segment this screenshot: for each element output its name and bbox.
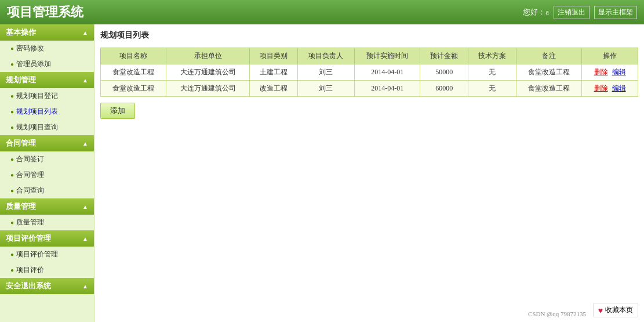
sidebar-item-contract-query[interactable]: ●合同查询	[0, 183, 94, 198]
table-cell: 改造工程	[250, 81, 298, 97]
footer: ♥ 收藏本页	[593, 303, 638, 317]
sidebar-item-label: 规划项目登记	[16, 91, 58, 101]
table-cell: 大连万通建筑公司	[166, 64, 250, 81]
sidebar-item-plan-register[interactable]: ●规划项目登记	[0, 88, 94, 104]
sidebar: 基本操作▲●密码修改●管理员添加规划管理▲●规划项目登记●规划项目列表●规划项目…	[0, 24, 94, 322]
main-layout: 基本操作▲●密码修改●管理员添加规划管理▲●规划项目登记●规划项目列表●规划项目…	[0, 24, 644, 322]
table-column-header: 技术方案	[468, 48, 516, 64]
table-body: 食堂改造工程大连万通建筑公司土建工程刘三2014-04-0150000无食堂改造…	[101, 64, 638, 97]
table-column-header: 预计实施时间	[355, 48, 420, 64]
app-title: 项目管理系统	[7, 3, 83, 21]
sidebar-section-planning[interactable]: 规划管理▲	[0, 72, 94, 88]
sidebar-section-exit[interactable]: 安全退出系统▲	[0, 278, 94, 294]
sidebar-section-label: 安全退出系统	[6, 281, 51, 291]
sidebar-item-plan-list[interactable]: ●规划项目列表	[0, 104, 94, 120]
sidebar-item-eval-manage[interactable]: ●项目评价管理	[0, 247, 94, 262]
collect-label: 收藏本页	[605, 305, 633, 315]
bullet-icon: ●	[10, 124, 14, 131]
sidebar-item-quality-manage[interactable]: ●质量管理	[0, 215, 94, 230]
table-cell: 无	[468, 64, 516, 81]
sidebar-item-label: 质量管理	[16, 218, 44, 227]
sidebar-item-label: 合同签订	[16, 154, 44, 164]
logout-button[interactable]: 注销退出	[554, 6, 590, 19]
sidebar-item-label: 规划项目查询	[16, 122, 58, 132]
collapse-icon: ▲	[82, 77, 88, 84]
table-cell: 无	[468, 81, 516, 97]
table-cell-ops: 删除 编辑	[582, 81, 638, 97]
table-row: 食堂改造工程大连万通建筑公司改造工程刘三2014-04-0160000无食堂改造…	[101, 81, 638, 97]
table-cell: 刘三	[297, 81, 354, 97]
sidebar-section-label: 合同管理	[6, 138, 36, 149]
sidebar-item-label: 规划项目列表	[16, 107, 58, 117]
sidebar-section-quality[interactable]: 质量管理▲	[0, 198, 94, 215]
sidebar-item-password[interactable]: ●密码修改	[0, 41, 94, 56]
table-column-header: 项目负责人	[297, 48, 354, 64]
heart-icon: ♥	[598, 306, 603, 315]
table-cell: 食堂改造工程	[101, 81, 166, 97]
bullet-icon: ●	[10, 172, 14, 178]
bullet-icon: ●	[10, 219, 14, 226]
sidebar-section-label: 项目评价管理	[6, 233, 51, 244]
table-cell: 食堂改造工程	[516, 81, 581, 97]
table-cell: 食堂改造工程	[101, 64, 166, 81]
table-column-header: 预计金额	[420, 48, 468, 64]
sidebar-item-contract-manage[interactable]: ●合同管理	[0, 167, 94, 183]
table-cell: 60000	[420, 81, 468, 97]
header-right: 您好：a 注销退出 显示主框架	[523, 6, 637, 19]
sidebar-item-plan-query[interactable]: ●规划项目查询	[0, 120, 94, 135]
sidebar-item-label: 合同查询	[16, 186, 44, 196]
sidebar-item-contract-sign[interactable]: ●合同签订	[0, 151, 94, 167]
sidebar-item-label: 密码修改	[16, 44, 44, 53]
bullet-icon: ●	[10, 187, 14, 194]
table-cell: 土建工程	[250, 64, 298, 81]
data-table: 项目名称承担单位项目类别项目负责人预计实施时间预计金额技术方案备注操作 食堂改造…	[100, 48, 638, 97]
show-frame-button[interactable]: 显示主框架	[594, 6, 637, 19]
sidebar-item-label: 项目评价	[16, 265, 44, 275]
table-column-header: 项目类别	[250, 48, 298, 64]
collapse-icon: ▲	[82, 236, 88, 242]
table-cell: 2014-04-01	[355, 81, 420, 97]
delete-link[interactable]: 删除	[594, 84, 608, 92]
sidebar-item-label: 合同管理	[16, 170, 44, 180]
bullet-icon: ●	[10, 61, 14, 67]
table-cell: 50000	[420, 64, 468, 81]
bullet-icon: ●	[10, 93, 14, 99]
page-title: 规划项目列表	[100, 30, 638, 43]
bullet-icon: ●	[10, 108, 14, 115]
table-column-header: 项目名称	[101, 48, 166, 64]
sidebar-section-label: 规划管理	[6, 75, 36, 85]
table-header: 项目名称承担单位项目类别项目负责人预计实施时间预计金额技术方案备注操作	[101, 48, 638, 64]
add-button[interactable]: 添加	[100, 103, 135, 119]
sidebar-section-contract[interactable]: 合同管理▲	[0, 135, 94, 151]
collapse-icon: ▲	[82, 283, 88, 290]
collapse-icon: ▲	[82, 140, 88, 147]
edit-link[interactable]: 编辑	[612, 68, 626, 76]
bullet-icon: ●	[10, 156, 14, 162]
table-cell: 刘三	[297, 64, 354, 81]
table-column-header: 操作	[582, 48, 638, 64]
table-column-header: 承担单位	[166, 48, 250, 64]
table-cell-ops: 删除 编辑	[582, 64, 638, 81]
header: 项目管理系统 您好：a 注销退出 显示主框架	[0, 0, 644, 24]
collapse-icon: ▲	[82, 30, 88, 36]
sidebar-item-label: 管理员添加	[16, 59, 51, 69]
table-column-header: 备注	[516, 48, 581, 64]
sidebar-section-label: 质量管理	[6, 201, 36, 212]
sidebar-item-eval[interactable]: ●项目评价	[0, 262, 94, 278]
bullet-icon: ●	[10, 45, 14, 52]
sidebar-section-label: 基本操作	[6, 27, 36, 38]
edit-link[interactable]: 编辑	[612, 84, 626, 92]
delete-link[interactable]: 删除	[594, 68, 608, 76]
table-cell: 食堂改造工程	[516, 64, 581, 81]
csdn-watermark: CSDN @qq 79872135	[528, 310, 586, 317]
sidebar-section-evaluation[interactable]: 项目评价管理▲	[0, 230, 94, 247]
sidebar-item-admin-add[interactable]: ●管理员添加	[0, 56, 94, 72]
collapse-icon: ▲	[82, 204, 88, 210]
table-row: 食堂改造工程大连万通建筑公司土建工程刘三2014-04-0150000无食堂改造…	[101, 64, 638, 81]
sidebar-section-basic[interactable]: 基本操作▲	[0, 24, 94, 41]
collect-button[interactable]: ♥ 收藏本页	[593, 303, 638, 317]
bullet-icon: ●	[10, 267, 14, 273]
sidebar-item-label: 项目评价管理	[16, 249, 58, 259]
content-area: 规划项目列表 项目名称承担单位项目类别项目负责人预计实施时间预计金额技术方案备注…	[94, 24, 644, 322]
table-cell: 2014-04-01	[355, 64, 420, 81]
